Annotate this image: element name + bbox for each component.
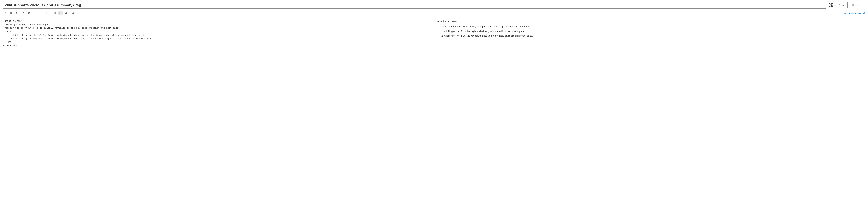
svg-rect-14 xyxy=(42,12,43,12)
page-title-input[interactable] xyxy=(3,2,826,8)
bold-button[interactable]: B xyxy=(8,10,13,15)
preview-pane: Did you know? You can use shortcut keys … xyxy=(434,17,868,52)
editor-container: Close Save B I xyxy=(0,0,868,52)
svg-text:3: 3 xyxy=(41,13,41,14)
bullet-list-icon xyxy=(35,12,38,14)
chevron-down-icon xyxy=(862,4,864,6)
svg-rect-23 xyxy=(47,13,47,14)
preview-details[interactable]: Did you know? You can use shortcut keys … xyxy=(437,20,865,38)
split-panes: <details open> <summary>Did you know?</s… xyxy=(0,17,868,52)
link-button[interactable] xyxy=(21,10,26,15)
preview-lead: You can use shortcut keys to quickly nav… xyxy=(437,25,865,29)
toolbar-left: B I xyxy=(3,10,89,15)
svg-line-6 xyxy=(29,12,30,14)
link-icon xyxy=(22,12,25,14)
svg-text:ABC: ABC xyxy=(60,12,62,13)
code-icon xyxy=(28,12,31,14)
svg-rect-16 xyxy=(42,13,43,13)
svg-rect-25 xyxy=(54,12,56,14)
svg-point-3 xyxy=(831,4,832,5)
svg-point-7 xyxy=(36,12,36,12)
table-button[interactable] xyxy=(53,10,58,15)
source-code[interactable]: <details open> <summary>Did you know?</s… xyxy=(3,20,431,47)
svg-point-11 xyxy=(36,13,36,14)
toolbar: B I xyxy=(0,10,868,17)
hash-icon: # xyxy=(65,12,67,14)
svg-rect-19 xyxy=(47,12,47,13)
markdown-supported-link[interactable]: Markdown supported. xyxy=(843,12,865,14)
svg-point-34 xyxy=(85,13,86,13)
format-a-icon xyxy=(4,12,7,14)
svg-rect-10 xyxy=(36,13,38,13)
abc-format-button[interactable]: ABC xyxy=(58,10,63,15)
svg-point-1 xyxy=(830,3,831,4)
table-icon xyxy=(54,12,56,14)
svg-rect-8 xyxy=(36,12,38,12)
italic-button[interactable]: I xyxy=(14,10,19,15)
svg-rect-12 xyxy=(36,13,38,14)
numbered-list-icon: 1 2 3 xyxy=(41,12,43,14)
save-button-group: Save xyxy=(849,2,865,8)
ellipsis-icon xyxy=(85,12,88,14)
header-row: Close Save xyxy=(0,0,868,10)
settings-button[interactable] xyxy=(829,2,834,8)
attachment-button[interactable] xyxy=(71,10,76,15)
checklist-icon xyxy=(46,12,49,14)
list-item: Clicking on "e" from the keyboard takes … xyxy=(444,30,865,33)
clipboard-icon xyxy=(78,12,81,14)
format-dropdown-button[interactable] xyxy=(3,10,8,15)
preview-content: Did you know? You can use shortcut keys … xyxy=(437,20,865,38)
svg-rect-21 xyxy=(47,13,47,13)
hash-button[interactable]: # xyxy=(64,10,69,15)
italic-icon: I xyxy=(16,12,17,14)
bold-icon: B xyxy=(10,12,12,14)
svg-rect-18 xyxy=(42,13,43,14)
svg-point-36 xyxy=(87,13,87,13)
list-item: Clicking on "n" from the keyboard takes … xyxy=(444,34,865,38)
svg-point-35 xyxy=(86,13,87,13)
save-dropdown-button[interactable] xyxy=(860,2,865,8)
preview-summary[interactable]: Did you know? xyxy=(437,20,865,24)
numbered-list-button[interactable]: 1 2 3 xyxy=(39,10,45,15)
more-button[interactable] xyxy=(84,10,89,15)
svg-point-9 xyxy=(36,13,36,13)
sliders-icon xyxy=(829,2,834,8)
preview-list: Clicking on "e" from the keyboard takes … xyxy=(444,30,865,38)
code-button[interactable] xyxy=(27,10,32,15)
abc-icon: ABC xyxy=(59,12,62,14)
checklist-button[interactable] xyxy=(45,10,50,15)
svg-point-5 xyxy=(830,6,831,7)
bullet-list-button[interactable] xyxy=(34,10,39,15)
paperclip-icon xyxy=(72,12,75,14)
save-button[interactable]: Save xyxy=(849,2,860,8)
source-pane[interactable]: <details open> <summary>Did you know?</s… xyxy=(0,17,434,52)
paste-button[interactable] xyxy=(76,10,82,15)
close-button[interactable]: Close xyxy=(836,2,847,8)
